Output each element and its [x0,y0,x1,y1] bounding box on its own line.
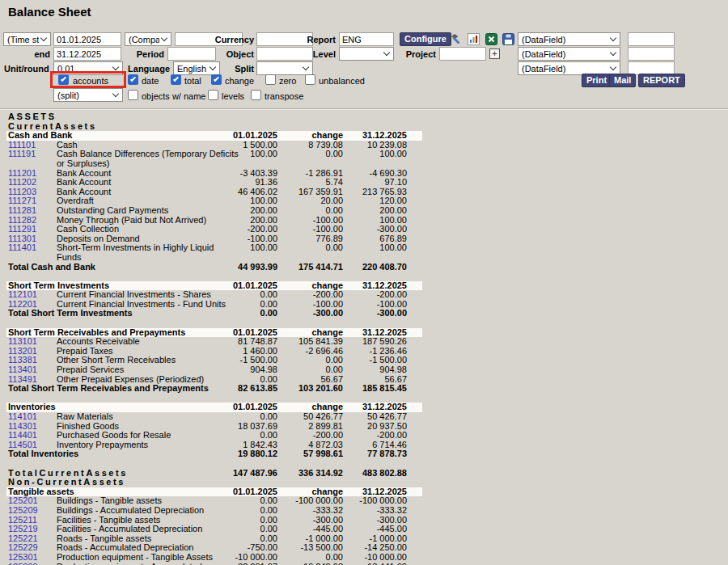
zero-checkbox-label: zero [279,76,296,86]
value-change: 0.00 [326,150,343,159]
chevron-down-icon [303,64,309,70]
accounts-checkbox[interactable] [58,74,69,85]
value-start: 0.00 [260,525,277,534]
account-row: 114101 Raw Materials 0.00 50 426.77 50 4… [6,412,422,422]
value-change: 0.00 [326,553,343,563]
level-select[interactable] [339,47,394,61]
account-row: 125301 Production equipment - Tangible A… [6,553,422,563]
report-group-heading-text: Non-CurrentAssets [8,477,125,487]
datafield-select-1[interactable]: (DataField) [518,32,620,46]
datafield-value-2[interactable] [628,47,675,61]
configure-button[interactable]: Configure [400,32,451,46]
account-name: Raw Materials [57,412,241,422]
value-change: 50 426.77 [303,412,343,422]
value-change: -445.00 [313,525,343,534]
account-name: Short-Term Investments in Highly Liquid … [57,243,241,262]
total-value-end: 220 408.70 [362,263,407,272]
account-row: 111291 Cash Collection -200.00 -100.00 -… [6,225,422,234]
total-label: Total Inventories [6,449,78,458]
report-group-heading: Non-CurrentAssets [6,478,422,487]
account-code-link[interactable]: 114101 [8,412,37,422]
project-input[interactable] [439,47,486,61]
total-label: Total Short Term Investments [6,308,133,318]
total-checkbox[interactable] [171,74,181,85]
mail-button[interactable]: Mail [609,74,636,87]
account-code-link[interactable]: 111191 [8,150,36,159]
toolbar-report-divider [0,108,728,110]
check-icon [214,76,219,82]
section-total-row: Total Cash and Bank 44 993.99 175 414.71… [6,263,422,272]
datafield-select-2[interactable]: (DataField) [518,47,620,61]
print-button[interactable]: Print [582,74,612,87]
end-date-input[interactable] [53,47,121,61]
split2-select[interactable]: (split) [53,88,123,102]
total-value-change: 103 201.60 [298,384,343,394]
account-name: Prepaid Services [57,365,241,375]
grand-total-label: TotalCurrentAssets [6,468,128,478]
account-code-link[interactable]: 111291 [8,225,36,234]
account-row: 113401 Prepaid Services 904.98 0.00 904.… [6,365,422,375]
language-select[interactable]: English [173,61,220,75]
account-code-link[interactable]: 125219 [8,525,38,534]
transpose-checkbox[interactable] [251,90,261,100]
value-end: -333.32 [377,506,407,516]
total-value-start: 44 993.99 [238,263,277,272]
compare-select[interactable]: (Compare) [125,32,171,46]
account-code-link[interactable]: 125309 [8,563,38,565]
section-name: Short Term Receivables and Prepayments [6,327,185,337]
value-end: -300.00 [377,225,407,234]
section-gap [6,272,422,281]
check-icon [173,76,179,82]
start-date-input[interactable] [53,32,121,46]
currency-label: Currency [202,35,254,44]
time-start-select[interactable]: (Time start) [3,32,51,46]
account-row: 125309 Production equipment - Accumulate… [6,563,422,565]
account-code-link[interactable]: 111202 [8,178,36,188]
value-start: -10 000.00 [235,553,277,563]
value-end: 50 426.77 [367,412,407,422]
total-value-end: 185 815.45 [362,384,407,394]
section-gap [6,459,422,469]
date-checkbox[interactable] [128,74,138,85]
save-icon[interactable] [502,33,514,45]
chevron-down-icon [210,64,216,70]
levels-checkbox[interactable] [208,90,218,100]
account-code-link[interactable]: 113401 [8,365,37,375]
project-picker-plus-icon[interactable]: + [489,48,500,59]
objects-w-name-checkbox[interactable] [128,90,138,100]
total-label: Total Short Term Receivables and Prepaym… [6,383,209,393]
account-name: Production equipment - Accumulated Depre… [57,563,241,565]
report-group-heading-text: CurrentAssets [8,121,97,131]
value-start: 904.98 [250,365,277,375]
excel-export-icon[interactable] [485,33,497,45]
account-name: Cash Balance Differences (Temporary Defi… [57,150,241,168]
total-value-start: 82 613.85 [238,384,277,394]
account-code-link[interactable]: 125301 [8,553,38,563]
split-select[interactable] [256,61,313,75]
total-value-start: 0.00 [260,309,277,318]
object-label: Object [202,49,254,59]
value-start: 100.00 [250,150,277,159]
total-value-change: 175 414.71 [298,263,343,272]
account-code-link[interactable]: 111401 [8,243,36,253]
bar-chart-icon[interactable] [468,33,480,45]
value-start: 91.36 [255,178,277,188]
objects-w-name-checkbox-label: objects w/ name [142,91,205,101]
total-label: Total Cash and Bank [6,262,95,272]
unbalanced-checkbox[interactable] [305,74,315,85]
account-row: 111401 Short-Term Investments in Highly … [6,243,422,262]
value-end: -445.00 [377,525,407,534]
account-name: Production equipment - Tangible Assets [57,553,241,563]
datafield-value-1[interactable] [628,32,675,46]
section-total-row: Total Short Term Receivables and Prepaym… [6,384,422,394]
report-language-input[interactable] [339,32,394,46]
zero-checkbox[interactable] [265,74,276,85]
account-code-link[interactable]: 125209 [8,506,38,516]
report-button[interactable]: REPORT [638,74,685,87]
date-checkbox-label: date [142,76,159,86]
total-checkbox-label: total [184,76,201,86]
account-code-link[interactable]: 111281 [8,206,36,216]
account-name: Buildings - Accumulated Depreciation [57,506,241,516]
tools-hammer-icon[interactable] [450,33,462,45]
change-checkbox[interactable] [211,74,222,85]
